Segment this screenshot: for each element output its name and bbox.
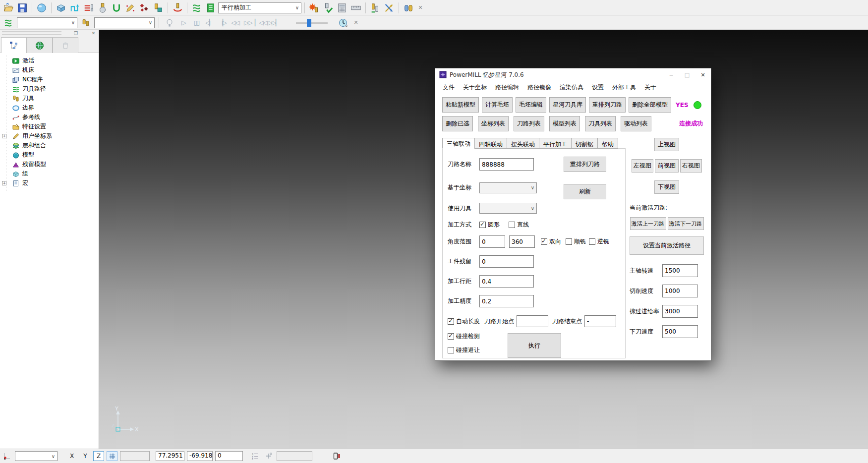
view-left-button[interactable]: 左视图 (632, 159, 653, 173)
cursor-position-icon[interactable] (1, 451, 12, 461)
speed-slider[interactable] (296, 18, 335, 28)
pause-button[interactable]: ▯▯ (191, 17, 202, 28)
plunge-feed-input[interactable] (662, 325, 698, 338)
spindle-speed-input[interactable] (662, 264, 698, 277)
view-bottom-button[interactable]: 下视图 (654, 180, 679, 194)
auto-length-checkbox[interactable]: 自动长度 (448, 317, 480, 326)
coord-list-button[interactable]: 坐标列表 (478, 116, 509, 131)
tab-parallel[interactable]: 平行加工 (539, 138, 572, 149)
coordinate-z-field[interactable]: 0 (215, 451, 243, 461)
strategy-list-icon[interactable] (204, 1, 217, 14)
u-shape-icon[interactable] (110, 1, 123, 14)
delete-all-models-button[interactable]: 删除全部模型 (629, 97, 671, 113)
sidebar-item-workplanes[interactable]: + 用户坐标系 (0, 131, 99, 141)
view-front-button[interactable]: 前视图 (655, 159, 679, 173)
grid-size-field[interactable] (120, 451, 150, 461)
menu-render-sim[interactable]: 渲染仿真 (560, 83, 583, 92)
checkbox-icon[interactable] (479, 222, 486, 228)
maximize-button[interactable]: □ (679, 68, 695, 82)
tool-spark-icon[interactable] (308, 1, 321, 14)
ball-tool-icon[interactable] (96, 1, 109, 14)
menu-path-mirror[interactable]: 路径镜像 (527, 83, 551, 92)
menu-about[interactable]: 关于 (644, 83, 656, 92)
sim-toolpath-combobox[interactable]: ∨ (17, 17, 77, 28)
sidebar-item-activate[interactable]: 激活 (0, 56, 99, 65)
toolbar-edit-icon[interactable] (82, 1, 95, 14)
sidebar-item-macros[interactable]: + 宏 (0, 178, 99, 188)
close-button[interactable]: ✕ (695, 68, 711, 82)
conventional-checkbox[interactable]: 逆铣 (589, 237, 609, 246)
view-right-button[interactable]: 右视图 (680, 159, 702, 173)
sidebar-item-boundaries[interactable]: 边界 (0, 103, 99, 113)
xinghe-tool-library-button[interactable]: 星河刀具库 (549, 97, 586, 113)
collision-check-checkbox[interactable]: 碰撞检测 (448, 332, 480, 341)
toolpath-icon[interactable] (190, 1, 203, 14)
checkbox-icon[interactable] (566, 238, 572, 245)
sidebar-item-reference-lines[interactable]: 参考线 (0, 113, 99, 122)
tool-pair-icon[interactable] (402, 1, 415, 14)
sim-tool-combobox[interactable]: ∨ (94, 17, 155, 28)
tool-holder-icon[interactable] (152, 1, 165, 14)
grid-snap-icon[interactable] (107, 451, 117, 461)
fast-forward-button[interactable]: ▷▷ (242, 17, 253, 28)
skip-start-button[interactable]: ▏◁◁ (255, 17, 266, 28)
speed-slider-handle[interactable] (307, 19, 311, 27)
view-top-button[interactable]: 上视图 (654, 138, 679, 151)
open-file-icon[interactable] (2, 1, 15, 14)
toolpath-name-input[interactable] (479, 158, 534, 171)
paste-new-model-button[interactable]: 粘贴新模型 (442, 97, 479, 113)
tab-cutting-saw[interactable]: 切割锯 (571, 138, 598, 149)
set-active-path-button[interactable]: 设置当前激活路径 (630, 236, 704, 255)
checkbox-icon[interactable] (448, 318, 454, 325)
circle-mode-checkbox[interactable]: 圆形 (479, 221, 500, 229)
xyz-list-icon[interactable]: xyz (250, 451, 261, 461)
rearrange-toolpaths-button-2[interactable]: 重排列刀路 (564, 157, 606, 172)
toolbar-close-icon[interactable]: ✕ (416, 4, 425, 11)
step-forward-button[interactable]: ▕▷ (217, 17, 228, 28)
sidebar-item-models[interactable]: 模型 (0, 150, 99, 160)
angle-from-input[interactable] (479, 235, 505, 248)
bulb-icon[interactable] (163, 16, 176, 29)
climb-checkbox[interactable]: 顺铣 (566, 237, 586, 246)
block-model-icon[interactable] (55, 1, 67, 14)
collision-check-icon[interactable] (171, 1, 184, 14)
activate-prev-toolpath-button[interactable]: 激活上一刀路 (630, 217, 666, 230)
expand-icon[interactable]: + (2, 134, 6, 138)
stepover-input[interactable] (479, 275, 534, 288)
rewind-button[interactable]: ◁◁ (230, 17, 240, 28)
sidebar-item-tools[interactable]: 刀具 (0, 94, 99, 103)
menu-external-tools[interactable]: 外部工具 (612, 83, 636, 92)
tab-4axis[interactable]: 四轴联动 (474, 138, 507, 149)
checkbox-icon[interactable] (541, 238, 547, 245)
toolpath-link-icon[interactable] (68, 1, 81, 14)
coordinate-x-field[interactable]: 77.2951 (156, 451, 184, 461)
axis-y-button[interactable]: Y (80, 451, 91, 461)
toolpath-list-button[interactable]: 刀路列表 (514, 116, 544, 131)
status-info-field[interactable] (277, 451, 312, 461)
tool-updown-icon[interactable] (369, 1, 382, 14)
tool-swap-icon[interactable] (383, 1, 396, 14)
menu-file[interactable]: 文件 (443, 83, 455, 92)
float-panel-icon[interactable]: ❐ (73, 31, 79, 36)
panel-toggle-icon[interactable] (331, 451, 342, 461)
shaded-sphere-icon[interactable] (35, 1, 48, 14)
sidebar-item-feature-sets[interactable]: 特征设置 (0, 122, 99, 131)
line-mode-checkbox[interactable]: 直线 (509, 221, 529, 229)
checkbox-icon[interactable] (589, 238, 595, 245)
checkbox-icon[interactable] (509, 222, 515, 228)
save-icon[interactable] (16, 1, 29, 14)
sidebar-item-groups[interactable]: 组 (0, 169, 99, 178)
tab-swivel-head[interactable]: 摆头联动 (507, 138, 539, 149)
model-list-button[interactable]: 模型列表 (549, 116, 580, 131)
sidebar-item-levels-and-sets[interactable]: 层和组合 (0, 141, 99, 150)
pattern-points-icon[interactable] (138, 1, 151, 14)
bidirectional-checkbox[interactable]: 双向 (541, 237, 561, 246)
menu-settings[interactable]: 设置 (592, 83, 604, 92)
tab-recycle-bin[interactable] (53, 37, 78, 53)
tab-help[interactable]: 帮助 (597, 138, 618, 149)
step-back-button[interactable]: ◁▏ (204, 17, 215, 28)
execute-button[interactable]: 执行 (508, 333, 561, 358)
strategy-combobox[interactable]: 平行精加工 ∨ (218, 2, 301, 13)
skip-end-button[interactable]: ▷▷▏ (268, 17, 279, 28)
use-tool-select[interactable]: ∨ (479, 203, 537, 214)
